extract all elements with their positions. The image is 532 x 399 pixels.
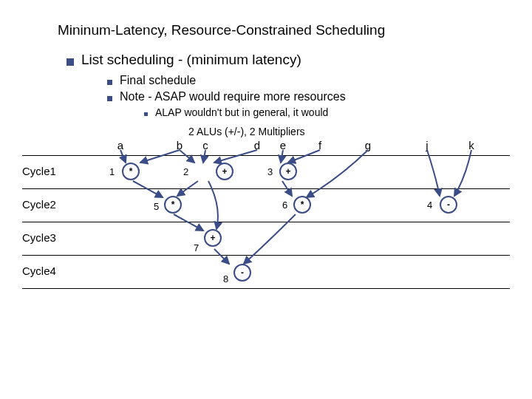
bullet-icon [107, 80, 112, 85]
bullet-icon [66, 58, 74, 66]
svg-line-7 [133, 181, 163, 197]
node-7-num: 7 [194, 242, 199, 253]
label-j: j [421, 139, 433, 151]
cycle-separator [22, 288, 510, 289]
schedule-diagram: 2 ALUs (+/-), 2 Multipliers a b c d e f … [22, 126, 510, 318]
diagram-subtitle: 2 ALUs (+/-), 2 Multipliers [188, 126, 305, 137]
label-k: k [466, 139, 477, 151]
node-4-num: 4 [427, 200, 432, 211]
node-3: + [279, 163, 297, 180]
node-1-num: 1 [109, 166, 115, 177]
row-cycle1: Cycle1 [22, 165, 56, 177]
cycle-separator [22, 255, 510, 256]
bullet-l3-text: ALAP wouldn't but in general, it would [155, 106, 328, 118]
svg-line-10 [174, 214, 203, 231]
cycle-separator [22, 222, 510, 222]
label-d: d [251, 139, 263, 151]
node-6-num: 6 [282, 200, 287, 211]
node-3-num: 3 [267, 166, 273, 177]
node-2: + [216, 163, 233, 180]
label-g: g [362, 139, 374, 151]
bullet-l3: ALAP wouldn't but in general, it would [144, 106, 510, 118]
label-e: e [277, 139, 289, 151]
bullet-l2a-text: Final schedule [120, 74, 196, 87]
svg-line-3 [203, 150, 205, 163]
node-5: * [164, 196, 182, 214]
bullet-l2b: Note - ASAP would require more resources [107, 90, 510, 103]
bullet-icon [107, 96, 112, 101]
bullet-l1-text: List scheduling - (minimum latency) [81, 52, 301, 68]
svg-line-4 [214, 150, 257, 163]
svg-line-11 [214, 249, 229, 264]
node-8-num: 8 [223, 273, 228, 284]
label-b: b [174, 139, 185, 151]
row-cycle3: Cycle3 [22, 231, 56, 244]
node-7: + [204, 229, 222, 247]
cycle-separator [22, 188, 510, 189]
node-6: * [293, 196, 311, 214]
node-4: - [440, 196, 457, 214]
label-c: c [200, 139, 211, 151]
svg-line-6 [288, 150, 320, 163]
row-cycle4: Cycle4 [22, 265, 56, 277]
node-1: * [122, 163, 140, 180]
bullet-l2b-text: Note - ASAP would require more resources [120, 90, 346, 103]
svg-line-2 [180, 150, 194, 163]
svg-line-0 [120, 150, 126, 163]
row-cycle2: Cycle2 [22, 198, 56, 211]
bullet-l2a: Final schedule [107, 74, 510, 87]
bullet-l1: List scheduling - (minimum latency) [66, 52, 510, 68]
node-8: - [233, 264, 251, 282]
svg-line-1 [140, 150, 180, 163]
cycle-separator [22, 155, 510, 156]
slide-title: Mininum-Latency, Resource-Constrained Sc… [58, 22, 510, 38]
label-f: f [314, 139, 326, 151]
bullet-icon [144, 112, 148, 116]
svg-line-5 [281, 150, 283, 163]
label-a: a [115, 139, 126, 151]
node-5-num: 5 [154, 201, 159, 212]
node-2-num: 2 [183, 166, 188, 177]
